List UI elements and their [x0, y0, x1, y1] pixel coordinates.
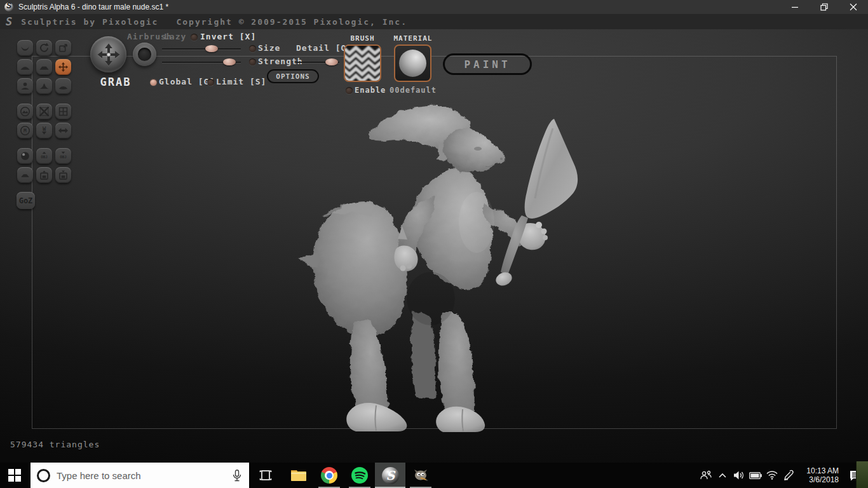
- tool-scale-button[interactable]: [55, 40, 71, 56]
- svg-text:W: W: [43, 126, 46, 132]
- options-button[interactable]: OPTIONS: [267, 69, 319, 83]
- wifi-icon[interactable]: [764, 463, 780, 488]
- detail-slider-knob[interactable]: [325, 58, 338, 65]
- lazy-label[interactable]: Lazy: [164, 32, 186, 41]
- tool-save-file-button[interactable]: [55, 167, 71, 183]
- sculptris-icon: S: [382, 467, 399, 484]
- paint-mode-button[interactable]: PAINT: [443, 53, 532, 75]
- material-label: MATERIAL: [393, 34, 433, 43]
- active-tool-sphere[interactable]: [90, 36, 126, 72]
- goz-button[interactable]: GoZ: [17, 192, 35, 209]
- global-radio[interactable]: [150, 79, 157, 86]
- inflate-icon: [38, 80, 50, 92]
- size-radio[interactable]: [249, 45, 256, 52]
- tool-import-obj-button[interactable]: OBJ: [36, 148, 52, 164]
- triangle-count: 579434 triangles: [10, 440, 100, 449]
- tool-wireframe-button[interactable]: [36, 104, 52, 119]
- brand-text: Sculptris by Pixologic: [21, 17, 158, 27]
- chevron-up-icon[interactable]: [714, 463, 731, 488]
- chrome-icon: [321, 467, 337, 484]
- taskbar-app-file-explorer[interactable]: [283, 463, 314, 488]
- clock-time: 10:13 AM: [799, 466, 839, 475]
- brush-enable-label[interactable]: Enable: [355, 86, 386, 95]
- rotate-icon: [38, 42, 50, 54]
- search-input[interactable]: [57, 470, 233, 481]
- gimp-icon: [412, 468, 430, 483]
- strength-slider-knob[interactable]: [223, 58, 236, 65]
- tool-subdivide-button[interactable]: [55, 104, 71, 119]
- tool-symmetry-button[interactable]: [55, 123, 71, 139]
- copyright-text: Copyright © 2009-2015 Pixologic, Inc.: [176, 17, 407, 27]
- material-thumbnail[interactable]: [394, 44, 431, 82]
- taskbar-apps: S: [283, 463, 436, 488]
- material-name: 00default: [389, 86, 437, 95]
- tool-grab-button[interactable]: [55, 59, 71, 75]
- volume-icon[interactable]: [731, 463, 747, 488]
- people-icon[interactable]: [698, 463, 714, 488]
- taskbar-clock[interactable]: 10:13 AM 3/6/2018: [799, 466, 839, 484]
- airbrush-knob[interactable]: [133, 43, 156, 66]
- grab-icon: [57, 61, 69, 73]
- invert-radio[interactable]: [191, 34, 198, 41]
- start-button[interactable]: [0, 463, 29, 488]
- task-view-icon: [259, 470, 273, 481]
- strength-radio[interactable]: [249, 58, 256, 65]
- strength-slider[interactable]: [162, 58, 241, 65]
- taskbar-app-chrome[interactable]: [314, 463, 344, 488]
- invert-label[interactable]: Invert [X]: [200, 32, 256, 41]
- limit-radio[interactable]: [207, 79, 214, 86]
- taskbar-app-gimp[interactable]: [405, 463, 436, 488]
- spotify-icon: [351, 467, 368, 484]
- file-explorer-icon: [290, 468, 307, 482]
- windows-taskbar: S: [0, 463, 868, 488]
- tool-new-plane-button[interactable]: [17, 167, 33, 183]
- brush-wave-pattern: [345, 46, 380, 81]
- tool-reduce-selected-button[interactable]: W: [36, 123, 52, 139]
- subdivide-icon: [57, 105, 69, 118]
- draw-icon: [19, 61, 31, 73]
- minimize-button[interactable]: [780, 0, 810, 14]
- tool-inflate-button[interactable]: [36, 78, 52, 94]
- tool-new-sphere-button[interactable]: [17, 148, 33, 164]
- microphone-icon[interactable]: [233, 470, 241, 482]
- tool-reduce-brush-button[interactable]: [17, 104, 33, 119]
- close-button[interactable]: [839, 0, 868, 14]
- brush-label: BRUSH: [344, 34, 381, 43]
- screen: 579434 triangles S Sculptris Alpha 6 - d…: [0, 0, 868, 488]
- tool-flatten-button[interactable]: [36, 59, 52, 75]
- size-label: Size: [258, 43, 280, 53]
- limit-label[interactable]: Limit [S]: [216, 77, 266, 86]
- taskbar-app-sculptris[interactable]: S: [375, 463, 405, 488]
- tool-crease-button[interactable]: [17, 40, 33, 56]
- reduce-brush-icon: [19, 105, 31, 118]
- tool-export-obj-button[interactable]: OBJ: [55, 148, 71, 164]
- size-slider[interactable]: [162, 45, 241, 52]
- cortana-icon: [37, 469, 50, 482]
- tool-draw-button[interactable]: [17, 59, 33, 75]
- flatten-icon: [38, 61, 50, 73]
- taskbar-app-spotify[interactable]: [344, 463, 375, 488]
- task-view-button[interactable]: [252, 463, 280, 488]
- tool-smooth-button[interactable]: [55, 78, 71, 94]
- sculptris-logo: S: [6, 15, 12, 28]
- restore-button[interactable]: [810, 0, 839, 14]
- desktop-corner-sliver: [856, 461, 868, 488]
- battery-icon[interactable]: [747, 463, 764, 488]
- windows-logo-icon: [8, 469, 21, 482]
- pen-icon[interactable]: [780, 463, 797, 488]
- tool-pinch-button[interactable]: [17, 78, 33, 94]
- size-slider-knob[interactable]: [205, 45, 218, 52]
- detail-slider[interactable]: [296, 58, 339, 65]
- taskbar-search[interactable]: [31, 463, 249, 488]
- tool-rotate-button[interactable]: [36, 40, 52, 56]
- export-obj-icon: OBJ: [57, 150, 69, 162]
- tool-mask-button[interactable]: M: [17, 123, 33, 139]
- new-sphere-icon: [19, 150, 31, 162]
- viewport-border: [32, 56, 837, 429]
- brand-bar: S Sculptris by Pixologic Copyright © 200…: [0, 14, 868, 29]
- tool-open-file-button[interactable]: [36, 167, 52, 183]
- brush-enable-radio[interactable]: [346, 87, 353, 94]
- clock-date: 3/6/2018: [799, 475, 839, 484]
- save-file-icon: [57, 169, 69, 181]
- brush-thumbnail[interactable]: [344, 44, 381, 82]
